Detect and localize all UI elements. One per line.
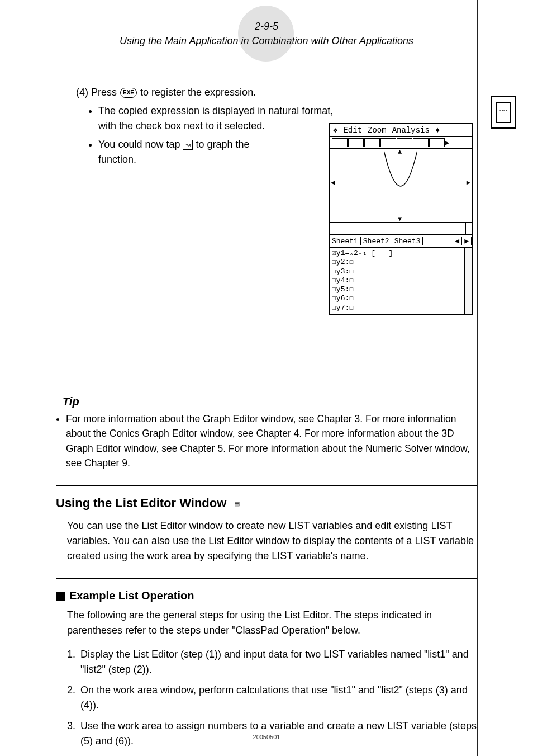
page-title: Using the Main Application in Combinatio… <box>56 34 477 48</box>
tool-3-icon <box>364 138 380 147</box>
list-editor-window-icon: ▤ <box>232 499 242 508</box>
example-step-2: 2.On the work area window, perform calcu… <box>67 683 477 713</box>
divider-2 <box>56 578 477 579</box>
menu-analysis: Analysis <box>392 126 430 135</box>
screenshot-input-line <box>329 223 473 235</box>
list-editor-para: You can use the List Editor window to cr… <box>67 518 477 564</box>
exe-key-icon: EXE <box>120 88 137 98</box>
example-step-1: 1.Display the List Editor (step (1)) and… <box>67 647 477 677</box>
tab-sheet2: Sheet2 <box>361 237 392 245</box>
parabola-curve <box>330 149 472 222</box>
tool-1-icon <box>332 138 348 147</box>
example-heading: Example List Operation <box>69 589 194 602</box>
black-square-icon <box>56 592 65 601</box>
y7-row: ☐y7:☐ <box>332 304 469 313</box>
menu-more-icon: ♦ <box>435 126 440 135</box>
page-ref: 2-9-5 <box>56 19 477 34</box>
tool-4-icon <box>380 138 396 147</box>
menu-edit: Edit <box>343 126 362 135</box>
tab-sheet3: Sheet3 <box>392 237 423 245</box>
tip-heading: Tip <box>63 395 477 408</box>
y3-row: ☐y3:☐ <box>332 267 469 276</box>
step4-before: (4) Press <box>76 85 117 100</box>
screenshot-sheet-tabs: Sheet1 Sheet2 Sheet3 ◀ ▶ <box>329 235 473 248</box>
example-step-1-text: Display the List Editor (step (1)) and i… <box>80 647 477 677</box>
tab-sheet1: Sheet1 <box>330 237 361 245</box>
device-screenshot: ❖ Edit Zoom Analysis ♦ ▶ <box>329 123 473 315</box>
tool-5-icon <box>397 138 412 147</box>
example-intro: The following are the general steps for … <box>67 608 477 638</box>
y6-row: ☐y6:☐ <box>332 294 469 303</box>
down-arrow-icon: ▼ <box>398 215 402 223</box>
tool-7-icon <box>429 138 445 147</box>
y2-row: ☐y2:☐ <box>332 258 469 267</box>
y4-row: ☐y4:☐ <box>332 276 469 285</box>
menu-logo-icon: ❖ <box>333 125 337 135</box>
bullet-2: You could now tap ↝ to graph the functio… <box>98 137 288 167</box>
tab-left-icon: ◀ <box>453 237 462 245</box>
y1-row: ☑y1=ₓ2₋₁ [———] <box>332 249 469 258</box>
example-heading-row: Example List Operation <box>56 589 477 602</box>
divider-1 <box>56 485 477 486</box>
tip-block: Tip For more information about the Graph… <box>56 395 477 470</box>
step4-after: to register the expression. <box>140 85 256 100</box>
tip-text: For more information about the Graph Edi… <box>66 412 477 470</box>
tab-right-icon: ▶ <box>462 237 472 245</box>
right-margin-rule <box>477 0 478 756</box>
right-arrow-icon: ▶ <box>467 178 470 187</box>
y5-row: ☐y5:☐ <box>332 285 469 294</box>
step-4-line: (4) Press EXE to register the expression… <box>76 85 477 100</box>
list-editor-heading-row: Using the List Editor Window ▤ <box>56 496 477 511</box>
bullet-1: The copied expression is displayed in na… <box>98 103 339 134</box>
footer-code: 20050501 <box>0 734 533 740</box>
screenshot-graph-area: ◀ ▶ ▲ ▼ <box>329 149 473 223</box>
tool-2-icon <box>348 138 364 147</box>
up-arrow-icon: ▲ <box>398 148 402 156</box>
bullet-2-before: You could now tap <box>98 139 180 150</box>
toolbar-right-arrow-icon: ▶ <box>445 139 449 147</box>
screenshot-menubar: ❖ Edit Zoom Analysis ♦ <box>329 123 473 137</box>
left-arrow-icon: ◀ <box>331 178 335 187</box>
input-scroll-knob <box>465 222 473 235</box>
side-tab-icon: ∷∷∷∷ <box>491 96 516 129</box>
screenshot-ylist: ☑y1=ₓ2₋₁ [———] ☐y2:☐ ☐y3:☐ ☐y4:☐ ☐y5:☐ ☐… <box>329 248 473 315</box>
tool-6-icon <box>413 138 429 147</box>
example-step-2-text: On the work area window, perform calcula… <box>80 683 477 713</box>
graph-button-icon: ↝ <box>183 140 193 150</box>
screenshot-toolbar: ▶ <box>329 137 473 149</box>
menu-zoom: Zoom <box>368 126 387 135</box>
ylist-scrollbar <box>464 248 472 314</box>
page-header: 2-9-5 Using the Main Application in Comb… <box>56 19 477 48</box>
list-editor-heading: Using the List Editor Window <box>56 496 226 511</box>
